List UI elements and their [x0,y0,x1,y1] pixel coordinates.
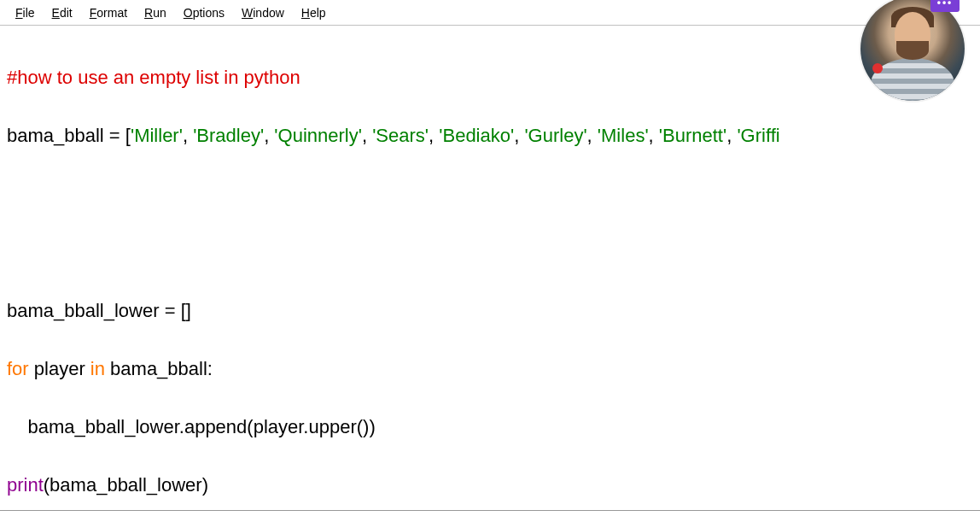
bottom-divider [0,510,980,511]
red-dot [872,63,883,73]
menu-bar: File Edit Format Run Options Window Help [0,0,980,26]
code-line-6: print(bama_bball_lower) [7,471,973,500]
code-line-3: bama_bball_lower = [] [7,296,973,326]
menu-format[interactable]: Format [81,4,136,21]
comment-text: #how to use an empty list in python [7,67,300,88]
webcam-overlay[interactable] [860,0,965,101]
menu-window[interactable]: Window [233,4,293,21]
menu-help[interactable]: Help [293,4,335,21]
code-line-2: bama_bball = ['Miller', 'Bradley', 'Quin… [7,121,973,150]
menu-file[interactable]: File [7,4,44,21]
menu-options[interactable]: Options [175,4,233,21]
blank-line [7,238,973,267]
blank-line [7,179,973,208]
code-editor[interactable]: #how to use an empty list in python bama… [0,26,980,528]
code-line-4: for player in bama_bball: [7,355,973,384]
code-line-5: bama_bball_lower.append(player.upper()) [7,413,973,442]
code-line-1: #how to use an empty list in python [7,63,973,92]
person-beard [896,41,929,60]
menu-run[interactable]: Run [136,4,175,21]
overlay-menu-button[interactable]: ••• [930,0,960,12]
menu-edit[interactable]: Edit [44,4,81,21]
